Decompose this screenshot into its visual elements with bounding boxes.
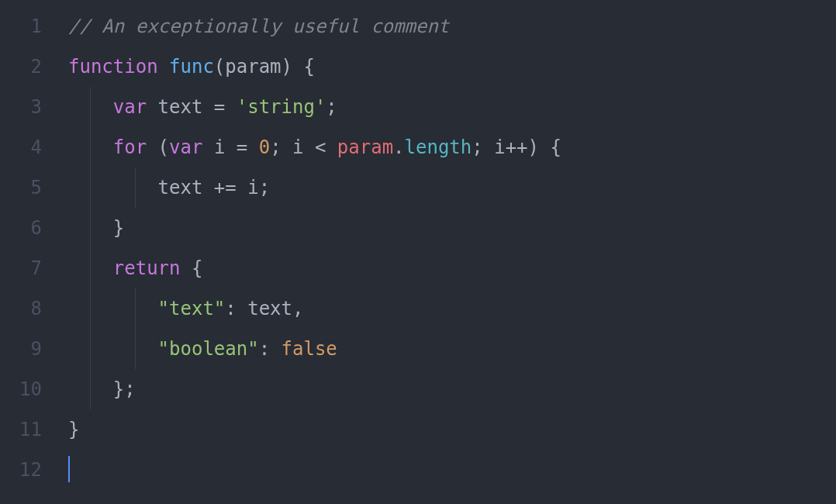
code-token: func bbox=[169, 56, 214, 78]
code-token bbox=[202, 96, 213, 118]
code-line[interactable]: return { bbox=[68, 248, 836, 288]
indent-guide bbox=[90, 369, 91, 409]
code-token: : bbox=[225, 298, 236, 319]
code-token: , bbox=[292, 298, 303, 319]
code-token: length bbox=[405, 136, 472, 158]
code-token: function bbox=[68, 56, 158, 78]
code-token: return bbox=[113, 257, 181, 279]
line-number: 1 bbox=[0, 6, 42, 47]
code-token: . bbox=[393, 136, 404, 158]
code-token bbox=[483, 136, 494, 158]
indent-guide bbox=[135, 288, 136, 329]
code-area[interactable]: // An exceptionally useful commentfuncti… bbox=[53, 6, 836, 504]
code-line-content: "text": text, bbox=[68, 298, 303, 319]
code-token: "boolean" bbox=[158, 338, 259, 360]
code-token bbox=[539, 136, 550, 158]
code-token bbox=[237, 177, 247, 198]
code-token: ++ bbox=[506, 136, 528, 158]
code-token: "text" bbox=[158, 298, 226, 319]
code-token: ; bbox=[326, 96, 337, 118]
indent-guide bbox=[90, 127, 91, 167]
code-token: param bbox=[225, 56, 281, 78]
code-token: param bbox=[337, 136, 393, 158]
code-token: = bbox=[214, 96, 225, 118]
code-token: ) bbox=[282, 56, 292, 78]
code-line-content: // An exceptionally useful comment bbox=[68, 16, 449, 37]
code-token: // An exceptionally useful comment bbox=[68, 16, 449, 37]
indent-guide bbox=[90, 288, 91, 329]
code-token: ; bbox=[270, 136, 281, 158]
code-token: ) bbox=[528, 136, 539, 158]
code-token bbox=[225, 136, 236, 158]
code-token: text bbox=[158, 177, 203, 198]
code-token bbox=[247, 136, 258, 158]
code-line-content: function func(param) { bbox=[68, 56, 315, 78]
line-number: 2 bbox=[0, 47, 42, 87]
code-line[interactable]: for (var i = 0; i < param.length; i++) { bbox=[68, 127, 836, 167]
line-number: 12 bbox=[0, 450, 42, 490]
line-number: 11 bbox=[0, 409, 42, 450]
code-token: } bbox=[113, 217, 124, 239]
code-token bbox=[326, 136, 337, 158]
code-line-content: "boolean": false bbox=[68, 338, 337, 360]
code-token: var bbox=[169, 136, 202, 158]
code-token: { bbox=[550, 136, 561, 158]
code-line[interactable]: }; bbox=[68, 369, 836, 409]
code-line[interactable]: } bbox=[68, 409, 836, 450]
code-token: } bbox=[113, 378, 124, 400]
code-token bbox=[304, 136, 315, 158]
code-token: { bbox=[303, 56, 314, 78]
indent-guide bbox=[90, 208, 91, 248]
code-token: for bbox=[113, 136, 147, 158]
code-line[interactable]: "boolean": false bbox=[68, 329, 836, 369]
code-line[interactable]: text += i; bbox=[68, 167, 836, 208]
code-line[interactable]: "text": text, bbox=[68, 288, 836, 329]
line-number: 5 bbox=[0, 167, 42, 208]
code-token: i bbox=[494, 136, 505, 158]
code-line[interactable]: function func(param) { bbox=[68, 47, 836, 87]
code-token: : bbox=[259, 338, 270, 360]
line-number: 9 bbox=[0, 329, 42, 369]
code-token: false bbox=[282, 338, 337, 360]
line-number: 3 bbox=[0, 87, 42, 127]
line-number: 6 bbox=[0, 208, 42, 248]
code-line-content: for (var i = 0; i < param.length; i++) { bbox=[68, 136, 561, 158]
code-token: ; bbox=[472, 136, 482, 158]
code-token bbox=[181, 257, 192, 279]
indent-guide bbox=[135, 167, 136, 208]
code-line[interactable] bbox=[68, 450, 836, 490]
code-line-content: }; bbox=[68, 378, 136, 400]
code-line[interactable]: // An exceptionally useful comment bbox=[68, 6, 836, 47]
code-line[interactable]: var text = 'string'; bbox=[68, 87, 836, 127]
indent-guide bbox=[90, 167, 91, 208]
code-token bbox=[270, 338, 281, 360]
code-token: } bbox=[68, 419, 79, 440]
code-token bbox=[292, 56, 303, 78]
indent-guide bbox=[90, 248, 91, 288]
indent-guide bbox=[135, 329, 136, 369]
code-line[interactable]: } bbox=[68, 208, 836, 248]
line-number-gutter: 123456789101112 bbox=[0, 6, 53, 504]
line-number: 10 bbox=[0, 369, 42, 409]
indent-guide bbox=[90, 329, 91, 369]
code-line-content: } bbox=[68, 217, 124, 239]
code-token: 0 bbox=[259, 136, 270, 158]
code-token: i bbox=[292, 136, 303, 158]
code-token: = bbox=[237, 136, 247, 158]
code-token bbox=[202, 177, 213, 198]
code-token: ( bbox=[158, 136, 169, 158]
code-token bbox=[147, 136, 157, 158]
code-token: < bbox=[315, 136, 326, 158]
line-number: 7 bbox=[0, 248, 42, 288]
code-token: i bbox=[247, 177, 258, 198]
code-line-content: return { bbox=[68, 257, 202, 279]
code-token bbox=[202, 136, 213, 158]
indent-guide bbox=[90, 87, 91, 127]
code-line-content: text += i; bbox=[68, 177, 270, 198]
code-editor[interactable]: 123456789101112 // An exceptionally usef… bbox=[0, 0, 836, 504]
code-line-content bbox=[68, 459, 70, 481]
code-token: += bbox=[214, 177, 237, 198]
code-token bbox=[225, 96, 236, 118]
code-token: ; bbox=[259, 177, 270, 198]
code-token: var bbox=[113, 96, 147, 118]
